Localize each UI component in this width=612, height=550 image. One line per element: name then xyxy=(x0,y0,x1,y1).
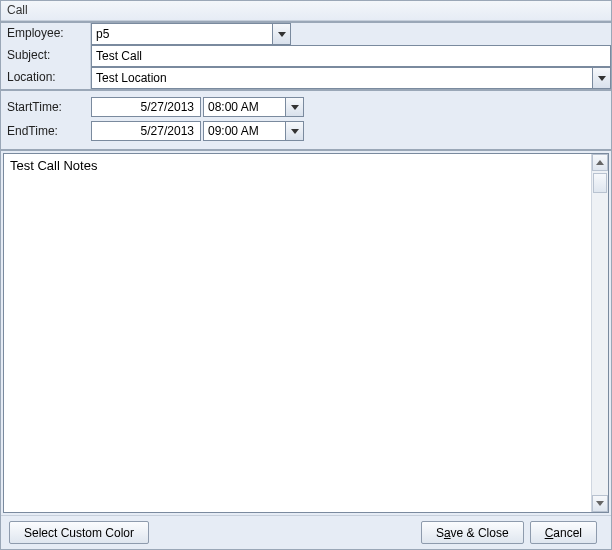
employee-field xyxy=(91,23,291,45)
start-time-combo xyxy=(203,97,304,117)
subject-field xyxy=(91,45,611,67)
call-dialog: Call Employee: Subject: Location: xyxy=(0,0,612,550)
starttime-row: StartTime: xyxy=(1,95,611,119)
spacer xyxy=(291,23,611,45)
end-date-input[interactable] xyxy=(91,121,201,141)
subject-row: Subject: xyxy=(1,45,611,67)
chevron-down-icon xyxy=(598,76,606,81)
location-label: Location: xyxy=(1,67,91,89)
end-time-combo xyxy=(203,121,304,141)
employee-row: Employee: xyxy=(1,23,611,45)
notes-container xyxy=(3,153,609,513)
endtime-row: EndTime: xyxy=(1,119,611,143)
employee-input[interactable] xyxy=(91,23,272,45)
end-time-input[interactable] xyxy=(203,121,285,141)
endtime-label: EndTime: xyxy=(1,122,91,140)
scroll-up-button[interactable] xyxy=(592,154,608,171)
notes-textarea[interactable] xyxy=(4,154,591,512)
chevron-down-icon xyxy=(291,105,299,110)
employee-dropdown-button[interactable] xyxy=(272,23,291,45)
cancel-button[interactable]: Cancel xyxy=(530,521,597,544)
start-date-input[interactable] xyxy=(91,97,201,117)
header-form: Employee: Subject: Location: xyxy=(1,21,611,91)
titlebar: Call xyxy=(1,1,611,21)
location-field xyxy=(91,67,611,89)
chevron-up-icon xyxy=(596,160,604,165)
scroll-track[interactable] xyxy=(592,171,608,495)
button-bar: Select Custom Color Save & Close Cancel xyxy=(1,515,611,549)
scroll-thumb[interactable] xyxy=(593,173,607,193)
starttime-label: StartTime: xyxy=(1,98,91,116)
window-title: Call xyxy=(7,3,28,17)
location-row: Location: xyxy=(1,67,611,89)
scroll-down-button[interactable] xyxy=(592,495,608,512)
end-time-dropdown-button[interactable] xyxy=(285,121,304,141)
chevron-down-icon xyxy=(291,129,299,134)
subject-input[interactable] xyxy=(91,45,611,67)
save-close-button[interactable]: Save & Close xyxy=(421,521,524,544)
notes-scrollbar[interactable] xyxy=(591,154,608,512)
start-time-dropdown-button[interactable] xyxy=(285,97,304,117)
select-custom-color-button[interactable]: Select Custom Color xyxy=(9,521,149,544)
chevron-down-icon xyxy=(596,501,604,506)
chevron-down-icon xyxy=(278,32,286,37)
start-time-input[interactable] xyxy=(203,97,285,117)
location-dropdown-button[interactable] xyxy=(592,67,611,89)
time-section: StartTime: EndTime: xyxy=(1,91,611,151)
employee-label: Employee: xyxy=(1,23,91,45)
location-input[interactable] xyxy=(91,67,592,89)
subject-label: Subject: xyxy=(1,45,91,67)
